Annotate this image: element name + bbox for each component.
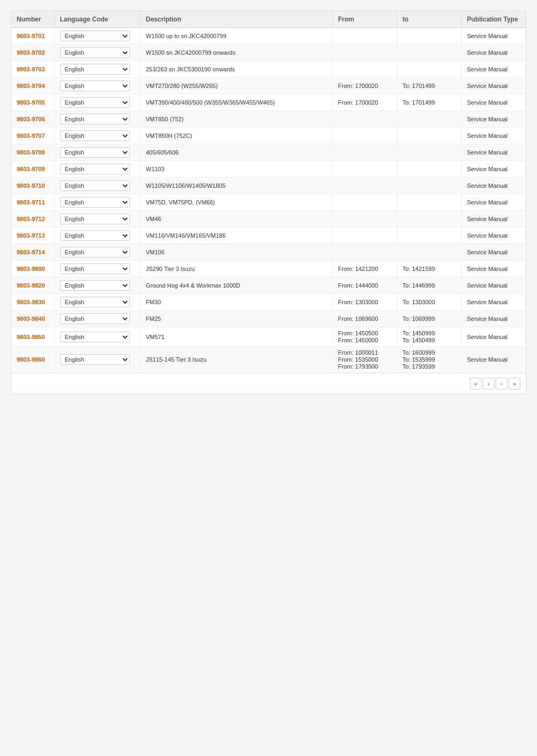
cell-language: EnglishFrenchGermanSpanishItalian (54, 261, 140, 277)
cell-publication-type: Service Manual (461, 61, 526, 78)
table-row: 9803-9709EnglishFrenchGermanSpanishItali… (11, 161, 526, 178)
language-select[interactable]: EnglishFrenchGermanSpanishItalian (60, 164, 130, 174)
language-select[interactable]: EnglishFrenchGermanSpanishItalian (60, 214, 130, 224)
number-link[interactable]: 9803-9702 (17, 49, 45, 56)
table-row: 9803-9707EnglishFrenchGermanSpanishItali… (11, 128, 526, 144)
cell-language: EnglishFrenchGermanSpanishItalian (54, 45, 140, 61)
cell-number: 9803-9707 (11, 128, 54, 144)
cell-from (332, 128, 397, 144)
cell-to: To: 1069999 (397, 311, 461, 327)
number-link[interactable]: 9803-9860 (17, 356, 45, 363)
number-link[interactable]: 9803-9820 (17, 282, 45, 289)
language-select[interactable]: EnglishFrenchGermanSpanishItalian (60, 64, 130, 75)
number-link[interactable]: 9803-9708 (17, 149, 45, 156)
number-link[interactable]: 9803-9706 (17, 116, 45, 122)
col-header-from: From (332, 11, 397, 28)
cell-language: EnglishFrenchGermanSpanishItalian (54, 347, 140, 373)
number-link[interactable]: 9803-9709 (17, 166, 45, 172)
language-select[interactable]: EnglishFrenchGermanSpanishItalian (60, 280, 130, 291)
number-link[interactable]: 9803-9701 (17, 33, 45, 39)
number-link[interactable]: 9803-9800 (17, 266, 45, 272)
cell-number: 9803-9711 (11, 194, 54, 211)
number-link[interactable]: 9803-9830 (17, 299, 45, 305)
cell-to: To: 1701499 (397, 78, 461, 94)
cell-publication-type: Service Manual (461, 94, 526, 111)
cell-language: EnglishFrenchGermanSpanishItalian (54, 61, 140, 78)
cell-number: 9803-9830 (11, 294, 54, 311)
cell-to: To: 1450999To: 1450499 (397, 327, 461, 347)
cell-publication-type: Service Manual (461, 45, 526, 61)
cell-number: 9803-9712 (11, 211, 54, 227)
cell-description: FM25 (140, 311, 332, 327)
cell-language: EnglishFrenchGermanSpanishItalian (54, 178, 140, 194)
cell-to: To: 1701499 (397, 94, 461, 111)
language-select[interactable]: EnglishFrenchGermanSpanishItalian (60, 97, 130, 108)
language-select[interactable]: EnglishFrenchGermanSpanishItalian (60, 263, 130, 274)
number-link[interactable]: 9803-9712 (17, 216, 45, 222)
number-link[interactable]: 9803-9850 (17, 334, 45, 340)
table-row: 9803-9710EnglishFrenchGermanSpanishItali… (11, 178, 526, 194)
language-select[interactable]: EnglishFrenchGermanSpanishItalian (60, 313, 130, 324)
cell-language: EnglishFrenchGermanSpanishItalian (54, 227, 140, 244)
number-link[interactable]: 9803-9704 (17, 83, 45, 89)
cell-from (332, 61, 397, 78)
language-select[interactable]: EnglishFrenchGermanSpanishItalian (60, 197, 130, 208)
cell-publication-type: Service Manual (461, 144, 526, 161)
cell-number: 9803-9713 (11, 227, 54, 244)
language-select[interactable]: EnglishFrenchGermanSpanishItalian (60, 147, 130, 158)
number-link[interactable]: 9803-9711 (17, 199, 45, 205)
number-link[interactable]: 9803-9840 (17, 315, 45, 322)
pagination-first-button[interactable]: « (470, 378, 482, 390)
cell-number: 9803-9702 (11, 45, 54, 61)
cell-description: JS290 Tier 3 Isuzu (140, 261, 332, 277)
cell-to (397, 111, 461, 128)
table-row: 9803-9713EnglishFrenchGermanSpanishItali… (11, 227, 526, 244)
language-select[interactable]: EnglishFrenchGermanSpanishItalian (60, 130, 130, 141)
cell-number: 9803-9850 (11, 327, 54, 347)
cell-publication-type: Service Manual (461, 78, 526, 94)
cell-to: To: 1600999To: 1535999To: 1793599 (397, 347, 461, 373)
number-link[interactable]: 9803-9710 (17, 182, 45, 189)
language-select[interactable]: EnglishFrenchGermanSpanishItalian (60, 332, 130, 342)
language-select[interactable]: EnglishFrenchGermanSpanishItalian (60, 47, 130, 58)
pagination-last-button[interactable]: » (509, 378, 520, 390)
table-row: 9803-9820EnglishFrenchGermanSpanishItali… (11, 277, 526, 294)
cell-language: EnglishFrenchGermanSpanishItalian (54, 78, 140, 94)
number-link[interactable]: 9803-9703 (17, 66, 45, 72)
pagination-prev-button[interactable]: ‹ (483, 378, 495, 390)
language-select[interactable]: EnglishFrenchGermanSpanishItalian (60, 31, 130, 41)
cell-from (332, 28, 397, 45)
cell-description: VM116/VM146/VM165/VM186 (140, 227, 332, 244)
number-link[interactable]: 9803-9705 (17, 99, 45, 106)
cell-to (397, 28, 461, 45)
cell-from: From: 1700020 (332, 78, 397, 94)
language-select[interactable]: EnglishFrenchGermanSpanishItalian (60, 180, 130, 191)
col-header-number: Number (11, 11, 54, 28)
cell-number: 9803-9709 (11, 161, 54, 178)
table-row: 9803-9702EnglishFrenchGermanSpanishItali… (11, 45, 526, 61)
cell-number: 9803-9703 (11, 61, 54, 78)
col-header-description: Description (140, 11, 332, 28)
pagination-next-button[interactable]: › (496, 378, 507, 390)
cell-to: To: 1303000 (397, 294, 461, 311)
number-link[interactable]: 9803-9713 (17, 232, 45, 239)
cell-to (397, 178, 461, 194)
language-select[interactable]: EnglishFrenchGermanSpanishItalian (60, 114, 130, 124)
number-link[interactable]: 9803-9707 (17, 133, 45, 139)
cell-publication-type: Service Manual (461, 311, 526, 327)
language-select[interactable]: EnglishFrenchGermanSpanishItalian (60, 297, 130, 307)
cell-publication-type: Service Manual (461, 28, 526, 45)
cell-number: 9803-9710 (11, 178, 54, 194)
language-select[interactable]: EnglishFrenchGermanSpanishItalian (60, 80, 130, 91)
publications-table: Number Language Code Description From to… (11, 11, 526, 373)
cell-description: 253/263 sn JKC5300190 onwards (140, 61, 332, 78)
cell-to (397, 45, 461, 61)
language-select[interactable]: EnglishFrenchGermanSpanishItalian (60, 230, 130, 241)
cell-publication-type: Service Manual (461, 194, 526, 211)
language-select[interactable]: EnglishFrenchGermanSpanishItalian (60, 354, 130, 365)
number-link[interactable]: 9803-9714 (17, 249, 45, 255)
cell-to (397, 144, 461, 161)
table-row: 9803-9711EnglishFrenchGermanSpanishItali… (11, 194, 526, 211)
language-select[interactable]: EnglishFrenchGermanSpanishItalian (60, 247, 130, 258)
cell-from (332, 244, 397, 261)
